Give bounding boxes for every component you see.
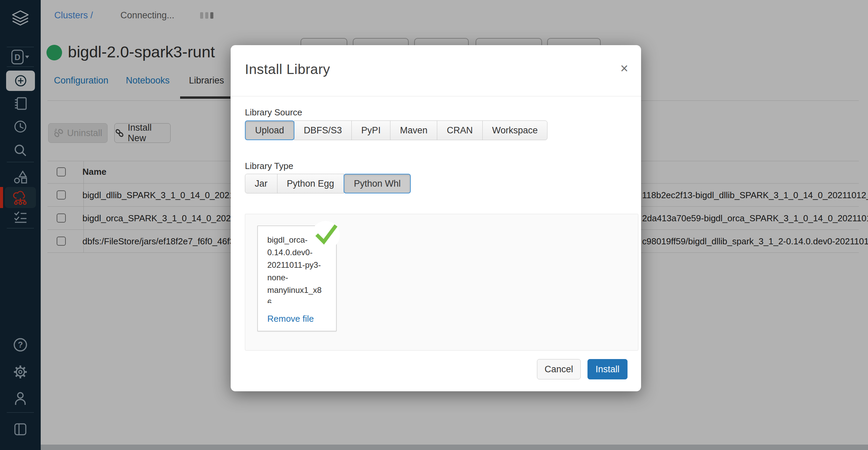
library-source-group: Upload DBFS/S3 PyPI Maven CRAN Workspace (245, 120, 547, 140)
close-icon[interactable]: × (620, 61, 628, 75)
type-option-python-whl[interactable]: Python Whl (344, 174, 411, 193)
source-option-pypi[interactable]: PyPI (351, 120, 390, 140)
install-button[interactable]: Install (587, 359, 628, 379)
source-option-workspace[interactable]: Workspace (482, 120, 548, 140)
upload-success-badge (311, 221, 340, 249)
remove-file-link[interactable]: Remove file (267, 314, 314, 324)
source-option-maven[interactable]: Maven (390, 120, 437, 140)
library-type-label: Library Type (245, 161, 293, 171)
file-drop-area[interactable]: bigdl_orca-0.14.0.dev0-20211011-py3-none… (245, 214, 638, 351)
library-source-label: Library Source (245, 107, 302, 118)
type-option-python-egg[interactable]: Python Egg (277, 174, 344, 193)
install-library-modal: Install Library × Library Source Upload … (231, 45, 641, 391)
type-option-jar[interactable]: Jar (245, 174, 277, 193)
modal-title: Install Library (245, 61, 330, 77)
modal-header-divider (231, 96, 641, 96)
source-option-upload[interactable]: Upload (245, 120, 294, 140)
source-option-dbfs-s3[interactable]: DBFS/S3 (294, 120, 352, 140)
source-option-cran[interactable]: CRAN (437, 120, 483, 140)
library-type-group: Jar Python Egg Python Whl (245, 174, 411, 193)
app-window: D (0, 0, 868, 450)
cancel-button[interactable]: Cancel (537, 359, 581, 379)
check-icon (314, 223, 337, 247)
